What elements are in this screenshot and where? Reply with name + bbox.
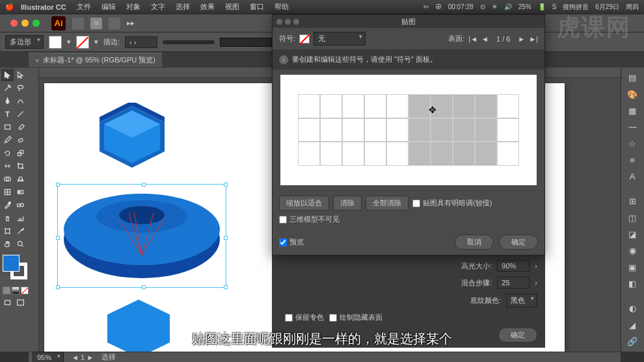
brushes-panel-icon[interactable]: ⁓ [623,120,642,135]
zoom-tool[interactable] [14,238,27,250]
record-icon[interactable]: ⦿ [435,3,442,10]
menu-window[interactable]: 窗口 [246,2,268,12]
menu-file[interactable]: 文件 [73,2,95,12]
eyedropper-tool[interactable] [1,199,14,211]
graph-tool[interactable] [14,212,27,224]
blend-tool[interactable] [14,199,27,211]
menu-help[interactable]: 帮助 [271,2,293,12]
fit-button[interactable]: 缩放以适合 [279,196,329,211]
magic-wand-tool[interactable] [1,82,14,94]
pencil-tool[interactable] [1,134,14,146]
shade-color-dropdown[interactable]: 黑色 [506,294,537,307]
menu-object[interactable]: 对象 [122,2,144,12]
style-dropdown[interactable] [220,38,272,47]
color-mode-none[interactable] [21,287,29,294]
stock-icon[interactable]: St [90,18,102,29]
rotate-tool[interactable] [1,147,14,159]
symbols-panel-icon[interactable]: ☆ [623,136,642,151]
direct-selection-tool[interactable] [14,69,27,81]
perspective-tool[interactable] [14,173,27,185]
apple-icon[interactable]: 🍎 [5,3,14,11]
stroke-swatch[interactable] [76,36,89,49]
color-mode-gradient[interactable] [12,287,20,294]
speaker-icon[interactable]: 🔊 [504,3,512,10]
lasso-tool[interactable] [14,82,27,94]
gradient-tool[interactable] [14,186,27,198]
properties-panel-icon[interactable]: ▤ [623,70,642,85]
dialog-titlebar[interactable]: 贴图 [273,15,544,28]
shape-dropdown[interactable]: 多边形 [5,35,44,49]
menu-edit[interactable]: 编辑 [98,2,120,12]
menu-type[interactable]: 文字 [147,2,169,12]
symbol-sprayer-tool[interactable] [1,212,14,224]
cancel-button[interactable]: 取消 [455,235,494,250]
display-icon[interactable]: ☀ [492,3,498,10]
highlight-size-input[interactable]: 90% [497,260,530,272]
maximize-window[interactable] [33,19,40,27]
menu-effect[interactable]: 效果 [196,2,219,12]
mesh-tool[interactable] [1,186,14,198]
artboard-tool[interactable] [1,225,14,237]
appearance-panel-icon[interactable]: ◉ [623,243,642,258]
fill-stroke-control[interactable] [3,255,26,281]
uv-preview[interactable]: ✥ [280,75,537,185]
arrange-icon[interactable] [109,18,120,29]
screen-mode-normal[interactable] [1,296,14,309]
torus-3d-shape[interactable] [57,184,226,288]
hexagon-3d-shape[interactable] [90,103,174,174]
pathfinder-panel-icon[interactable]: ◪ [623,227,642,242]
3d-ok-button[interactable]: 确定 [498,328,537,343]
minimize-window[interactable] [21,19,29,27]
surface-first[interactable]: |◄ [468,35,477,43]
clear-all-button[interactable]: 全部清除 [366,196,409,211]
shade-checkbox[interactable]: 贴图具有明暗调(较慢) [412,198,492,208]
links-panel-icon[interactable]: 🔗 [623,334,642,349]
document-tab[interactable]: × 未标题-1* @ 95% (RGB/GPU 预览) [29,53,162,67]
fill-swatch[interactable] [49,36,62,49]
rectangle-tool[interactable] [1,121,14,133]
swatches-panel-icon[interactable]: ▦ [623,103,642,118]
color-mode-solid[interactable] [3,287,10,294]
selection-tool[interactable] [1,69,14,81]
invisible-checkbox[interactable]: 三维模型不可见 [279,214,340,224]
hand-tool[interactable] [1,238,14,250]
blend-steps-input[interactable]: 25 [497,277,530,289]
wifi-icon[interactable]: ⊙ [480,3,485,10]
surface-prev[interactable]: ◄ [481,35,489,43]
stroke-panel-icon[interactable]: ≡ [623,153,642,168]
scale-tool[interactable] [14,147,27,159]
close-tab[interactable]: × [35,57,39,64]
curvature-tool[interactable] [14,95,27,107]
type-tool[interactable] [1,108,14,120]
eraser-tool[interactable] [14,134,27,146]
ok-button[interactable]: 确定 [499,235,538,250]
clear-button[interactable]: 清除 [333,196,362,211]
opacity-slider[interactable] [163,40,215,44]
close-window[interactable] [10,19,18,27]
width-tool[interactable] [1,160,14,172]
color-panel-icon[interactable]: 🎨 [623,86,642,101]
scissors-icon[interactable]: ✄ [423,3,429,10]
app-name[interactable]: Illustrator CC [17,3,70,11]
transparency-panel-icon[interactable]: ◐ [623,301,642,316]
draw-hidden-checkbox[interactable]: 绘制隐藏表面 [329,313,382,322]
shape-builder-tool[interactable] [1,173,14,185]
align-panel-icon[interactable]: ⊞ [623,194,642,209]
ruler-vertical[interactable] [29,68,39,352]
ime-icon[interactable]: S [552,3,557,10]
surface-last[interactable]: ►| [529,35,538,43]
stroke-weight[interactable]: ‹ › [125,36,157,48]
gradient-panel-icon[interactable]: ◢ [623,317,642,332]
ime[interactable]: 搜狗拼音 [563,3,589,12]
surface-next[interactable]: ► [518,35,525,43]
free-transform-tool[interactable] [14,160,27,172]
type-panel-icon[interactable]: A [623,169,642,184]
transform-panel-icon[interactable]: ◫ [623,211,642,226]
fill-color[interactable] [3,255,20,272]
symbol-dropdown[interactable]: 无 [314,32,366,45]
screen-mode-full[interactable] [14,296,27,309]
pen-tool[interactable] [1,95,14,107]
menu-view[interactable]: 视图 [221,2,243,12]
graphic-styles-panel-icon[interactable]: ▣ [623,260,642,275]
line-tool[interactable] [14,108,27,120]
